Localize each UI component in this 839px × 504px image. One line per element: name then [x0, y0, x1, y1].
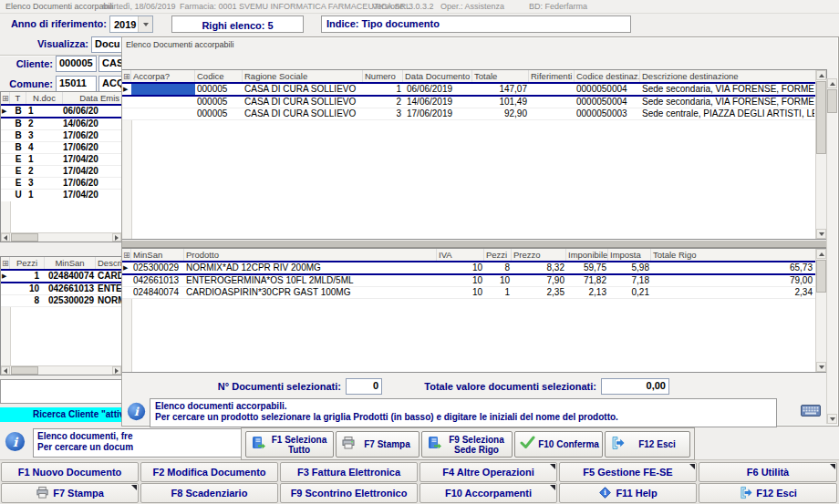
f4-altre-operazioni-button[interactable]: F4 Altre Operazioni: [420, 462, 557, 482]
prod-row-selected[interactable]: ▶ 1 024840074 CARDIOASPIRIN: [1, 269, 121, 283]
cell-codice-destinaz: 0000050004: [575, 97, 640, 108]
doc-list-hscrollbar[interactable]: [1, 232, 121, 242]
f12-esci-button[interactable]: F12 Esci: [605, 431, 690, 458]
cell-pezzi: 1: [484, 287, 512, 298]
grid-corner-icon[interactable]: ⊞: [122, 70, 131, 82]
doc-row[interactable]: E 3 17/06/20: [1, 178, 121, 190]
f11-help-button[interactable]: i F11 Help: [559, 483, 697, 503]
cell-t: E: [10, 178, 26, 189]
products-grid-vscrollbar[interactable]: [815, 249, 826, 372]
scroll-left-icon[interactable]: [1, 366, 10, 375]
doc-row[interactable]: E 2 17/04/20: [1, 166, 121, 178]
grid-corner-icon[interactable]: ⊞: [122, 249, 131, 261]
ricerca-cliente-banner: Ricerca Cliente "attiva: [0, 407, 122, 422]
f9-scontrino-elettronico-button[interactable]: F9 Scontrino Elettronico: [280, 483, 418, 503]
documents-grid-vscrollbar[interactable]: [815, 70, 826, 239]
prod-row[interactable]: 10 042661013 ENTEROGERMINA: [1, 283, 121, 295]
doc-row[interactable]: B 4 17/06/20: [1, 142, 121, 154]
col-header-t[interactable]: T: [10, 92, 26, 104]
f10-conferma-button[interactable]: F10 Conferma: [514, 431, 603, 458]
scroll-down-icon[interactable]: [816, 362, 826, 372]
f12-esci-footer-button[interactable]: F12 Esci: [699, 483, 837, 503]
scroll-up-icon[interactable]: [816, 70, 826, 80]
cell-ndoc: 3: [26, 130, 54, 141]
doc-row[interactable]: E 1 17/04/20: [1, 154, 121, 166]
col-header-descrizione[interactable]: Descrizione destinazione: [640, 70, 814, 82]
scroll-thumb[interactable]: [827, 89, 837, 113]
scroll-down-icon[interactable]: [827, 414, 837, 424]
col-header-imponibile[interactable]: Imponibile: [566, 249, 608, 261]
f1-seleziona-tutto-button[interactable]: F1 SelezionaTutto: [245, 431, 334, 458]
doc-row[interactable]: B 2 14/06/20: [1, 118, 121, 130]
anno-riferimento-combo[interactable]: 2019: [109, 15, 153, 33]
cell-prodotto: ENTEROGERMINA*OS 10FL 2MLD/5ML: [184, 275, 437, 286]
doc-row[interactable]: B 3 17/06/20: [1, 130, 121, 142]
document-row[interactable]: 000005 CASA DI CURA SOLLIEVO 3 17/06/201…: [122, 108, 815, 120]
doc-row-selected[interactable]: ▶ B 1 06/06/20: [1, 104, 121, 118]
product-row-selected[interactable]: ▶ 025300029 NORMIX*AD 12CPR RIV 200MG 10…: [122, 261, 815, 275]
scroll-down-icon[interactable]: [816, 229, 826, 239]
button-label: F10 Accorpamenti: [445, 488, 532, 499]
col-header-ragione[interactable]: Ragione Sociale: [243, 70, 363, 82]
col-header-codice-destinaz[interactable]: Codice destinaz.: [575, 70, 640, 82]
left-empty-box: [0, 379, 122, 404]
grid-corner-icon[interactable]: ⊞: [1, 92, 10, 104]
col-header-iva[interactable]: IVA: [437, 249, 484, 261]
scroll-thumb[interactable]: [11, 366, 38, 375]
scroll-up-icon[interactable]: [816, 249, 826, 259]
col-header-minsan[interactable]: MinSan: [131, 249, 184, 261]
f5-gestione-fese-button[interactable]: F5 Gestione FE-SE: [559, 462, 697, 482]
col-header-dataemis[interactable]: Data Emis: [63, 92, 121, 104]
cell-minsan: 042661013: [131, 275, 184, 286]
product-row[interactable]: 024840074 CARDIOASPIRIN*30CPR GAST 100MG…: [122, 287, 815, 299]
button-label: F9 SelezionaSede Rigo: [441, 435, 512, 455]
cell-accorpa-flag[interactable]: [131, 84, 195, 95]
scroll-thumb[interactable]: [816, 260, 826, 293]
f7-stampa-button[interactable]: F7 Stampa: [336, 431, 420, 458]
f8-scadenziario-button[interactable]: F8 Scadenziario: [140, 483, 278, 503]
col-header-numero[interactable]: Numero: [363, 70, 403, 82]
f3-fattura-elettronica-button[interactable]: F3 Fattura Elettronica: [280, 462, 418, 482]
scroll-up-icon[interactable]: [827, 78, 837, 88]
col-header-pezzi[interactable]: Pezzi: [10, 257, 45, 269]
scroll-right-icon[interactable]: [112, 233, 121, 242]
col-header-prodotto[interactable]: Prodotto: [184, 249, 437, 261]
col-header-riferimenti[interactable]: Riferimenti: [529, 70, 575, 82]
scroll-left-icon[interactable]: [1, 233, 10, 242]
col-header-prezzo[interactable]: Prezzo: [512, 249, 566, 261]
col-header-codice[interactable]: Codice: [195, 70, 243, 82]
button-label: F7 Stampa: [356, 439, 419, 449]
prod-row[interactable]: 8 025300029 NORMIX: [1, 295, 121, 307]
col-header-descr[interactable]: Descri: [96, 257, 122, 269]
keyboard-icon[interactable]: [801, 404, 821, 420]
document-row[interactable]: 000005 CASA DI CURA SOLLIEVO 2 14/06/201…: [122, 97, 815, 108]
col-header-pezzi[interactable]: Pezzi: [484, 249, 512, 261]
f2-modifica-documento-button[interactable]: F2 Modifica Documento: [140, 462, 278, 482]
cliente-code-field[interactable]: 000005: [56, 56, 97, 72]
dialog-vscrollbar[interactable]: [826, 78, 837, 424]
scroll-right-icon[interactable]: [112, 366, 121, 375]
col-header-imposta[interactable]: Imposta: [608, 249, 651, 261]
f1-nuovo-documento-button[interactable]: F1 Nuovo Documento: [1, 462, 139, 482]
f9-seleziona-sede-rigo-button[interactable]: F9 SelezionaSede Rigo: [421, 431, 513, 458]
chevron-down-icon[interactable]: [138, 16, 152, 32]
scroll-thumb[interactable]: [11, 233, 38, 242]
col-header-accorpa[interactable]: Accorpa?: [131, 70, 195, 82]
f10-accorpamenti-button[interactable]: F10 Accorpamenti: [420, 483, 557, 503]
col-header-totale[interactable]: Totale: [472, 70, 529, 82]
grid-splitter[interactable]: [122, 240, 827, 248]
grid-corner-icon[interactable]: ⊞: [1, 257, 10, 269]
f7-stampa-footer-button[interactable]: F7 Stampa: [1, 483, 139, 503]
selected-total-label: Totale valore documenti selezionati:: [396, 381, 596, 392]
prod-list-hscrollbar[interactable]: [1, 365, 121, 375]
doc-row[interactable]: U 1 17/04/20: [1, 190, 121, 201]
col-header-minsan[interactable]: MinSan: [45, 257, 96, 269]
comune-code-field[interactable]: 15011: [56, 76, 97, 92]
document-row-selected[interactable]: ▶ 000005 CASA DI CURA SOLLIEVO 1 06/06/2…: [122, 82, 815, 97]
col-header-data-documento[interactable]: Data Documento: [403, 70, 472, 82]
col-header-totale-rigo[interactable]: Totale Rigo: [651, 249, 814, 261]
col-header-ndoc[interactable]: N.doc: [26, 92, 63, 104]
scroll-thumb[interactable]: [816, 81, 826, 154]
product-row[interactable]: 042661013 ENTEROGERMINA*OS 10FL 2MLD/5ML…: [122, 275, 815, 287]
f6-utilita-button[interactable]: F6 Utilità: [699, 462, 837, 482]
